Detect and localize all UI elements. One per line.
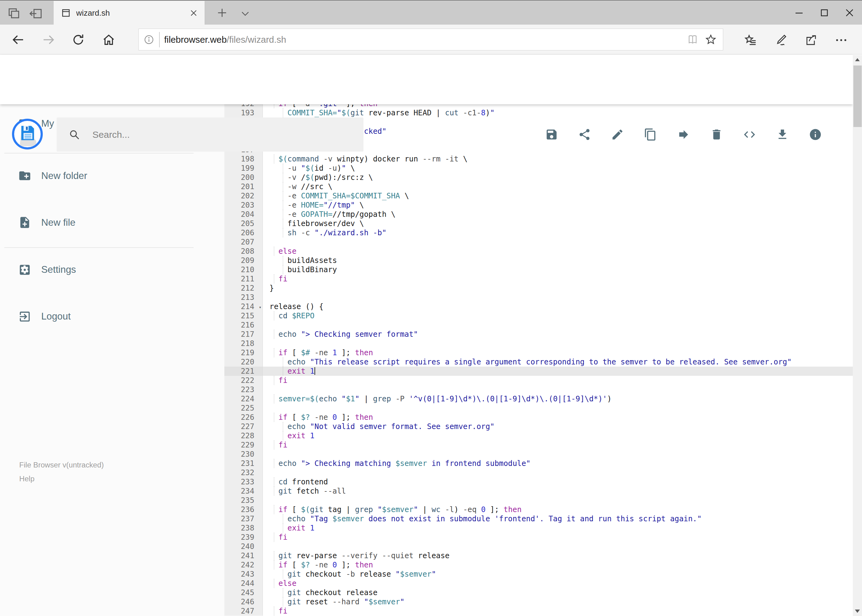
scroll-down-icon[interactable] xyxy=(853,607,862,616)
code-line-219[interactable]: 219 if [ $# -ne 1 ]; then xyxy=(224,348,853,357)
scroll-up-icon[interactable] xyxy=(853,55,862,64)
code-line-243[interactable]: 243 git checkout -b release "$semver" xyxy=(224,570,853,579)
app-version: File Browser v(untracked) xyxy=(19,458,104,472)
code-line-206[interactable]: 206 sh -c "./wizard.sh -b" xyxy=(224,228,853,237)
code-line-236[interactable]: 236 if [ $(git tag | grep "$semver" | wc… xyxy=(224,505,853,514)
code-line-201[interactable]: 201 -w //src \ xyxy=(224,182,853,191)
code-line-246[interactable]: 246 git reset --hard "$semver" xyxy=(224,597,853,607)
filebrowser-logo[interactable] xyxy=(12,119,43,149)
home-icon[interactable] xyxy=(102,33,116,47)
code-line-247[interactable]: 247 fi xyxy=(224,607,853,616)
sidebar-item-new-file[interactable]: New file xyxy=(18,216,76,229)
refresh-icon[interactable] xyxy=(71,33,85,47)
delete-button[interactable] xyxy=(710,128,723,141)
sidebar-item-settings[interactable]: Settings xyxy=(18,263,76,277)
code-line-208[interactable]: 208 else xyxy=(224,247,853,256)
browser-tab[interactable]: wizard.sh xyxy=(53,1,205,25)
code-line-234[interactable]: 234 git fetch --all xyxy=(224,487,853,496)
delete-icon xyxy=(710,128,723,141)
code-line-203[interactable]: 203 -e HOME="//tmp" \ xyxy=(224,201,853,210)
tab-list-chevron-icon[interactable] xyxy=(240,8,251,18)
code-line-200[interactable]: 200 -v /$(pwd):/src:z \ xyxy=(224,173,853,182)
line-number: 210 xyxy=(224,265,263,274)
share-button[interactable] xyxy=(578,128,591,141)
code-line-216[interactable]: 216 xyxy=(224,321,853,330)
fold-marker-icon[interactable]: ▾ xyxy=(259,303,262,312)
edit-button[interactable] xyxy=(611,128,624,141)
share-icon[interactable] xyxy=(804,33,818,47)
tab-preview-icon[interactable] xyxy=(6,6,20,20)
code-line-209[interactable]: 209 buildAssets xyxy=(224,256,853,265)
code-line-225[interactable]: 225 xyxy=(224,404,853,413)
vertical-scrollbar[interactable] xyxy=(853,55,862,616)
code-line-210[interactable]: 210 buildBinary xyxy=(224,265,853,274)
code-line-213[interactable]: 213 xyxy=(224,293,853,302)
annotate-pen-icon[interactable] xyxy=(774,33,788,47)
favorite-star-icon[interactable] xyxy=(705,33,717,46)
info-button[interactable] xyxy=(809,128,822,141)
code-line-218[interactable]: 218 xyxy=(224,339,853,348)
settings-icon xyxy=(18,263,32,277)
code-line-220[interactable]: 220 echo "This release script requires a… xyxy=(224,357,853,366)
code-line-214[interactable]: 214▾release () { xyxy=(224,302,853,311)
copy-button[interactable] xyxy=(644,128,657,141)
code-line-231[interactable]: 231 echo "> Checking matching $semver in… xyxy=(224,459,853,468)
code-line-205[interactable]: 205 filebrowser/dev \ xyxy=(224,219,853,228)
hub-icon[interactable] xyxy=(744,33,757,47)
save-button[interactable] xyxy=(545,128,558,141)
code-line-232[interactable]: 232 xyxy=(224,468,853,477)
code-line-229[interactable]: 229 fi xyxy=(224,440,853,449)
code-line-198[interactable]: 198 $(command -v winpty) docker run --rm… xyxy=(224,154,853,163)
code-line-224[interactable]: 224 semver=$(echo "$1" | grep -P '^v(0|[… xyxy=(224,394,853,404)
sidebar-item-new-folder[interactable]: New folder xyxy=(18,169,87,182)
code-line-228[interactable]: 228 exit 1 xyxy=(224,431,853,440)
scrollbar-thumb[interactable] xyxy=(853,66,862,127)
code-line-230[interactable]: 230 xyxy=(224,449,853,459)
source-editor-button[interactable] xyxy=(743,128,756,141)
window-minimize-button[interactable] xyxy=(786,0,812,25)
set-tabs-aside-icon[interactable] xyxy=(28,6,43,20)
code-line-217[interactable]: 217 echo "> Checking semver format" xyxy=(224,330,853,339)
tab-close-icon[interactable] xyxy=(189,9,198,17)
sidebar-item-logout[interactable]: Logout xyxy=(18,310,71,323)
code-line-242[interactable]: 242 if [ $? -ne 0 ]; then xyxy=(224,560,853,570)
download-button[interactable] xyxy=(776,128,789,141)
new-tab-button[interactable] xyxy=(216,7,228,19)
search-input[interactable] xyxy=(91,129,336,141)
code-line-202[interactable]: 202 -e COMMIT_SHA=$COMMIT_SHA \ xyxy=(224,191,853,201)
code-line-227[interactable]: 227 echo "Not valid semver format. See s… xyxy=(224,422,853,431)
code-line-245[interactable]: 245 git checkout release xyxy=(224,588,853,597)
code-line-238[interactable]: 238 exit 1 xyxy=(224,523,853,533)
back-icon[interactable] xyxy=(11,33,25,47)
indent-guide xyxy=(283,228,283,237)
code-line-235[interactable]: 235 xyxy=(224,496,853,505)
code-line-244[interactable]: 244 else xyxy=(224,579,853,588)
help-link[interactable]: Help xyxy=(19,472,104,486)
code-line-207[interactable]: 207 xyxy=(224,237,853,247)
code-line-223[interactable]: 223 xyxy=(224,385,853,394)
address-bar[interactable]: filebrowser.web/files/wizard.sh xyxy=(139,28,723,50)
code-line-193[interactable]: 193 COMMIT_SHA="$(git rev-parse HEAD | c… xyxy=(224,108,853,118)
window-close-button[interactable] xyxy=(837,0,862,25)
code-line-211[interactable]: 211 fi xyxy=(224,274,853,284)
reading-view-icon[interactable] xyxy=(687,33,698,46)
code-line-240[interactable]: 240 xyxy=(224,542,853,551)
code-line-222[interactable]: 222 fi xyxy=(224,376,853,385)
code-line-239[interactable]: 239 fi xyxy=(224,533,853,542)
search-bar[interactable] xyxy=(57,118,364,152)
code-line-199[interactable]: 199 -u "$(id -u)" \ xyxy=(224,163,853,173)
code-line-221[interactable]: 221 exit 1 xyxy=(224,366,853,376)
more-menu-icon[interactable] xyxy=(835,33,848,47)
code-line-233[interactable]: 233 cd frontend xyxy=(224,477,853,487)
move-button[interactable] xyxy=(677,128,690,141)
code-line-215[interactable]: 215 cd $REPO xyxy=(224,311,853,321)
code-line-237[interactable]: 237 echo "Tag $semver does not exist in … xyxy=(224,514,853,523)
site-info-icon[interactable] xyxy=(144,35,154,45)
window-maximize-button[interactable] xyxy=(812,0,837,25)
code-line-212[interactable]: 212} xyxy=(224,284,853,293)
code-editor[interactable]: 192 if [ -d ".git" ]; then193 COMMIT_SHA… xyxy=(224,99,853,616)
code-line-241[interactable]: 241 git rev-parse --verify --quiet relea… xyxy=(224,551,853,560)
forward-icon[interactable] xyxy=(42,33,56,47)
code-line-226[interactable]: 226 if [ $? -ne 0 ]; then xyxy=(224,413,853,422)
code-line-204[interactable]: 204 -e GOPATH=//tmp/gopath \ xyxy=(224,210,853,219)
